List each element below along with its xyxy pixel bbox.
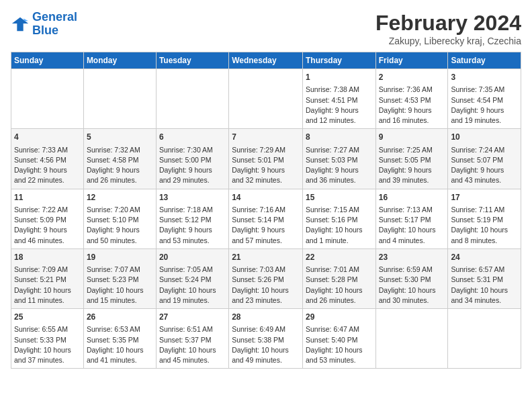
- day-info: Daylight: 10 hours: [306, 225, 373, 235]
- day-info: Sunrise: 7:09 AM: [14, 265, 81, 275]
- day-info: and 36 minutes.: [306, 175, 373, 185]
- day-info: and 1 minute.: [306, 236, 373, 246]
- calendar-cell: 28Sunrise: 6:49 AMSunset: 5:38 PMDayligh…: [229, 309, 303, 369]
- day-info: Sunset: 4:51 PM: [306, 95, 373, 105]
- day-info: Daylight: 9 hours: [87, 165, 153, 175]
- day-info: Daylight: 10 hours: [87, 345, 153, 355]
- logo-general: General: [32, 10, 77, 24]
- day-info: Daylight: 9 hours: [451, 105, 518, 116]
- day-info: Daylight: 9 hours: [232, 165, 300, 175]
- day-header-monday: Monday: [83, 52, 156, 69]
- day-number: 26: [87, 312, 153, 323]
- day-info: Daylight: 10 hours: [306, 285, 373, 295]
- day-info: and 57 minutes.: [232, 236, 300, 246]
- day-info: and 46 minutes.: [14, 236, 81, 246]
- calendar-cell: 23Sunrise: 6:59 AMSunset: 5:30 PMDayligh…: [375, 248, 448, 308]
- calendar-cell: 15Sunrise: 7:15 AMSunset: 5:16 PMDayligh…: [302, 189, 375, 248]
- calendar-cell: [375, 309, 448, 369]
- day-info: Sunrise: 6:59 AM: [379, 265, 445, 275]
- day-info: and 32 minutes.: [232, 175, 300, 185]
- day-info: Daylight: 9 hours: [379, 165, 445, 175]
- day-info: and 22 minutes.: [14, 175, 81, 185]
- day-info: Sunrise: 7:01 AM: [306, 265, 373, 275]
- day-info: Sunrise: 7:20 AM: [87, 205, 153, 215]
- calendar-cell: 22Sunrise: 7:01 AMSunset: 5:28 PMDayligh…: [302, 248, 375, 308]
- day-number: 20: [159, 252, 226, 263]
- logo-bird-icon: [11, 15, 30, 34]
- day-info: Daylight: 10 hours: [451, 285, 518, 295]
- day-info: Daylight: 10 hours: [232, 285, 300, 295]
- title-block: February 2024 Zakupy, Liberecky kraj, Cz…: [375, 11, 521, 46]
- day-header-wednesday: Wednesday: [229, 52, 303, 69]
- day-info: Sunrise: 6:53 AM: [87, 324, 153, 334]
- calendar-cell: 13Sunrise: 7:18 AMSunset: 5:12 PMDayligh…: [156, 189, 228, 248]
- week-row-3: 11Sunrise: 7:22 AMSunset: 5:09 PMDayligh…: [11, 189, 521, 248]
- day-number: 3: [451, 72, 518, 83]
- day-info: and 26 minutes.: [87, 175, 153, 185]
- logo-text: General Blue: [32, 11, 77, 38]
- day-info: Daylight: 10 hours: [87, 285, 153, 295]
- day-info: Sunrise: 7:13 AM: [379, 205, 445, 215]
- day-number: 4: [14, 132, 81, 143]
- day-info: and 19 minutes.: [451, 116, 518, 126]
- day-info: Sunset: 5:38 PM: [232, 335, 300, 345]
- calendar-cell: 1Sunrise: 7:38 AMSunset: 4:51 PMDaylight…: [302, 69, 375, 129]
- day-info: Sunset: 5:40 PM: [306, 335, 373, 345]
- calendar-cell: 29Sunrise: 6:47 AMSunset: 5:40 PMDayligh…: [302, 309, 375, 369]
- day-number: 1: [306, 72, 373, 83]
- day-info: Sunrise: 7:30 AM: [159, 145, 226, 155]
- day-header-tuesday: Tuesday: [156, 52, 228, 69]
- day-info: and 15 minutes.: [87, 295, 153, 306]
- day-info: Daylight: 9 hours: [87, 225, 153, 235]
- day-number: 11: [14, 192, 81, 203]
- logo: General Blue: [11, 11, 77, 38]
- day-info: Daylight: 9 hours: [306, 165, 373, 175]
- day-info: Sunset: 5:26 PM: [232, 275, 300, 285]
- day-number: 10: [451, 132, 518, 143]
- day-info: Sunset: 4:54 PM: [451, 95, 518, 105]
- day-header-friday: Friday: [375, 52, 448, 69]
- day-number: 27: [159, 312, 226, 323]
- calendar-cell: 5Sunrise: 7:32 AMSunset: 4:58 PMDaylight…: [83, 129, 156, 189]
- day-info: and 50 minutes.: [87, 236, 153, 246]
- day-info: Sunrise: 7:15 AM: [306, 205, 373, 215]
- day-info: Sunrise: 7:05 AM: [159, 265, 226, 275]
- calendar-cell: [229, 69, 303, 129]
- day-info: Sunset: 5:00 PM: [159, 155, 226, 165]
- day-number: 23: [379, 252, 445, 263]
- day-info: Sunrise: 6:55 AM: [14, 324, 81, 334]
- day-info: Sunrise: 7:22 AM: [14, 205, 81, 215]
- calendar-subtitle: Zakupy, Liberecky kraj, Czechia: [375, 36, 521, 46]
- day-info: Sunset: 5:07 PM: [451, 155, 518, 165]
- day-info: Sunrise: 7:24 AM: [451, 145, 518, 155]
- day-number: 9: [379, 132, 445, 143]
- calendar-cell: 24Sunrise: 6:57 AMSunset: 5:31 PMDayligh…: [448, 248, 521, 308]
- day-info: Daylight: 10 hours: [451, 225, 518, 235]
- day-number: 21: [232, 252, 300, 263]
- day-info: Daylight: 9 hours: [159, 165, 226, 175]
- day-info: Sunset: 4:58 PM: [87, 155, 153, 165]
- day-info: Sunset: 5:01 PM: [232, 155, 300, 165]
- day-number: 13: [159, 192, 226, 203]
- day-info: Sunset: 5:30 PM: [379, 275, 445, 285]
- calendar-cell: 18Sunrise: 7:09 AMSunset: 5:21 PMDayligh…: [11, 248, 84, 308]
- day-number: 17: [451, 192, 518, 203]
- day-info: and 29 minutes.: [159, 175, 226, 185]
- calendar-cell: 20Sunrise: 7:05 AMSunset: 5:24 PMDayligh…: [156, 248, 228, 308]
- day-info: and 4 minutes.: [379, 236, 445, 246]
- day-info: Sunrise: 7:18 AM: [159, 205, 226, 215]
- day-number: 29: [306, 312, 373, 323]
- day-number: 19: [87, 252, 153, 263]
- day-info: and 53 minutes.: [306, 355, 373, 365]
- day-number: 12: [87, 192, 153, 203]
- week-row-1: 1Sunrise: 7:38 AMSunset: 4:51 PMDaylight…: [11, 69, 521, 129]
- svg-marker-0: [12, 17, 28, 32]
- calendar-cell: 6Sunrise: 7:30 AMSunset: 5:00 PMDaylight…: [156, 129, 228, 189]
- calendar-body: 1Sunrise: 7:38 AMSunset: 4:51 PMDaylight…: [11, 69, 521, 369]
- day-number: 7: [232, 132, 300, 143]
- day-info: Daylight: 10 hours: [14, 285, 81, 295]
- calendar-cell: 21Sunrise: 7:03 AMSunset: 5:26 PMDayligh…: [229, 248, 303, 308]
- day-info: and 12 minutes.: [306, 116, 373, 126]
- calendar-cell: 11Sunrise: 7:22 AMSunset: 5:09 PMDayligh…: [11, 189, 84, 248]
- day-info: Daylight: 10 hours: [379, 225, 445, 235]
